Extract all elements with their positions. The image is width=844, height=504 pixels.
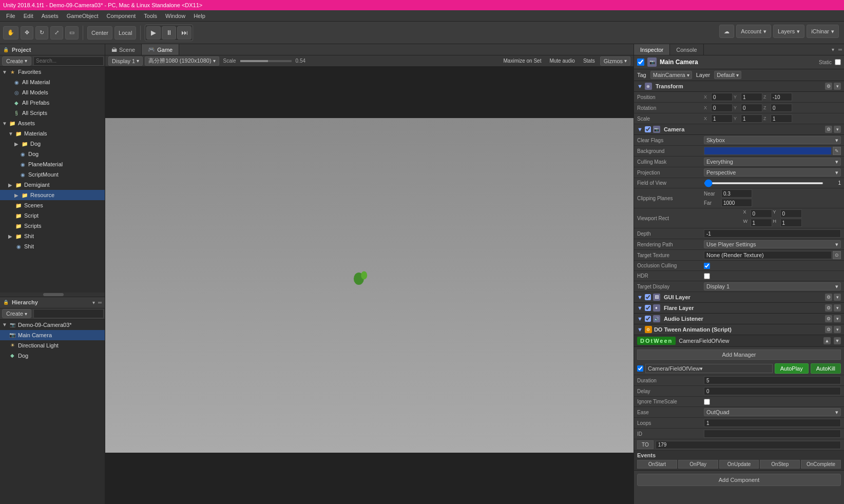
audio-listener-settings-icon[interactable]: ⚙ <box>825 315 832 322</box>
shit-folder[interactable]: ▶ 📁 Shit <box>0 231 105 241</box>
scale-x[interactable] <box>711 114 733 123</box>
cloud-button[interactable]: ☁ <box>719 25 734 38</box>
depth-input[interactable] <box>704 229 841 238</box>
layer-dropdown[interactable]: Default ▾ <box>714 71 741 79</box>
all-models-item[interactable]: ◎ All Models <box>0 87 105 98</box>
tag-dropdown[interactable]: MainCamera ▾ <box>650 71 692 79</box>
menu-window[interactable]: Window <box>161 12 189 20</box>
layout-dropdown[interactable]: iChinar ▾ <box>807 25 839 38</box>
demigiant-folder[interactable]: ▶ 📁 Demigiant <box>0 180 105 190</box>
step-button[interactable]: ⏭ <box>177 26 191 40</box>
viewport-w[interactable] <box>751 219 772 227</box>
play-button[interactable]: ▶ <box>146 26 161 40</box>
transform-header[interactable]: ▼ ⊕ Transform ⚙ ▾ <box>634 81 844 92</box>
camera-settings-icon[interactable]: ⚙ <box>825 126 832 133</box>
gui-layer-enabled[interactable] <box>645 294 651 300</box>
to-input[interactable] <box>656 441 841 449</box>
near-input[interactable] <box>721 189 752 198</box>
layers-dropdown[interactable]: Layers ▾ <box>773 25 804 38</box>
menu-gameobject[interactable]: GameObject <box>63 12 103 20</box>
main-camera-item[interactable]: 📷 Main Camera <box>0 330 105 340</box>
shit-material[interactable]: ◉ Shit <box>0 241 105 251</box>
occlusion-culling-checkbox[interactable] <box>704 263 710 269</box>
scene-root[interactable]: ▼ 📷 Demo-09-Camera03* <box>0 320 105 330</box>
clear-flags-dropdown[interactable]: Skybox ▾ <box>704 136 841 144</box>
position-z[interactable] <box>771 93 792 101</box>
loops-input[interactable] <box>704 419 841 427</box>
camera-enabled[interactable] <box>645 126 651 132</box>
object-enabled-checkbox[interactable] <box>637 59 644 66</box>
target-dropdown[interactable]: Camera/FieldOfView ▾ <box>645 364 773 373</box>
far-input[interactable] <box>721 199 752 207</box>
menu-tools[interactable]: Tools <box>140 12 161 20</box>
target-texture-picker[interactable]: ⊙ <box>833 251 841 259</box>
hierarchy-create-btn[interactable]: Create ▾ <box>2 309 31 318</box>
position-y[interactable] <box>741 93 762 101</box>
inspector-collapse-btn[interactable]: ▾ <box>830 44 836 55</box>
rotation-z[interactable] <box>771 104 792 112</box>
to-button[interactable]: TO <box>637 440 654 449</box>
fov-slider[interactable] <box>704 182 823 184</box>
scale-slider[interactable] <box>240 60 292 62</box>
scripts-folder[interactable]: 📁 Scripts <box>0 221 105 231</box>
dog-material[interactable]: ◉ Dog <box>0 149 105 159</box>
script-folder[interactable]: 📁 Script <box>0 210 105 221</box>
menu-edit[interactable]: Edit <box>20 12 37 20</box>
dotween-settings-icon[interactable]: ⚙ <box>825 326 832 333</box>
add-component-btn[interactable]: Add Component <box>637 474 841 486</box>
projection-dropdown[interactable]: Perspective ▾ <box>704 168 841 177</box>
display-dropdown[interactable]: Display 1 ▾ <box>108 56 143 66</box>
autoplay-checkbox[interactable] <box>637 365 643 372</box>
assets-group[interactable]: ▼ 📁 Assets <box>0 118 105 128</box>
on-play-btn[interactable]: OnPlay <box>678 460 718 469</box>
script-mount[interactable]: ◉ ScriptMount <box>0 169 105 180</box>
flare-layer-header[interactable]: ▼ ✦ Flare Layer ⚙ ▾ <box>634 303 844 314</box>
all-material-item[interactable]: ◉ All Material <box>0 77 105 87</box>
dog-item[interactable]: ◆ Dog <box>0 351 105 361</box>
duration-input[interactable] <box>704 376 841 384</box>
inspector-lock-btn[interactable]: ═ <box>836 44 844 55</box>
scale-tool[interactable]: ⤢ <box>50 26 63 40</box>
on-step-btn[interactable]: OnStep <box>760 460 800 469</box>
game-tab[interactable]: 🎮 Game <box>142 44 179 55</box>
on-start-btn[interactable]: OnStart <box>637 460 677 469</box>
autoplay-btn[interactable]: AutoPlay <box>775 363 809 374</box>
mute-btn[interactable]: Mute audio <box>546 57 578 64</box>
flare-layer-enabled[interactable] <box>645 305 651 311</box>
viewport-h[interactable] <box>780 219 802 227</box>
console-tab[interactable]: Console <box>670 44 703 55</box>
plane-material[interactable]: ◉ PlaneMaterial <box>0 159 105 169</box>
rotate-tool[interactable]: ↻ <box>35 26 48 40</box>
culling-mask-dropdown[interactable]: Everything ▾ <box>704 158 841 166</box>
viewport-y[interactable] <box>780 209 802 218</box>
dog-folder[interactable]: ▶ 📁 Dog <box>0 139 105 149</box>
menu-file[interactable]: File <box>2 12 20 20</box>
transform-settings-icon[interactable]: ⚙ <box>825 83 832 90</box>
flare-layer-menu-icon[interactable]: ▾ <box>834 304 841 312</box>
hierarchy-search[interactable] <box>33 309 104 318</box>
project-header[interactable]: 🔒 Project <box>0 44 105 55</box>
background-picker-btn[interactable]: ✎ <box>833 147 841 155</box>
menu-help[interactable]: Help <box>189 12 209 20</box>
stats-btn[interactable]: Stats <box>580 57 598 64</box>
hierarchy-collapse-btn[interactable]: ▾ <box>92 300 95 305</box>
scale-z[interactable] <box>771 114 792 123</box>
favorites-group[interactable]: ▼ ★ Favorites <box>0 67 105 77</box>
transform-menu-icon[interactable]: ▾ <box>834 83 841 90</box>
pause-button[interactable]: ⏸ <box>162 26 176 40</box>
account-dropdown[interactable]: Account ▾ <box>736 25 771 38</box>
directional-light-item[interactable]: ☀ Directional Light <box>0 340 105 351</box>
rendering-path-dropdown[interactable]: Use Player Settings ▾ <box>704 240 841 248</box>
scene-tab[interactable]: 🏔 Scene <box>105 44 142 55</box>
position-x[interactable] <box>711 93 733 101</box>
dotween-menu-icon[interactable]: ▾ <box>834 326 841 333</box>
viewport-x[interactable] <box>751 209 772 218</box>
resolution-dropdown[interactable]: 高分辨1080 (1920x1080) ▾ <box>145 56 219 66</box>
project-search[interactable] <box>33 56 104 66</box>
local-button[interactable]: Local <box>114 26 136 40</box>
hdr-checkbox[interactable] <box>704 273 710 279</box>
delay-input[interactable] <box>704 387 841 395</box>
ease-dropdown[interactable]: OutQuad ▾ <box>704 408 841 416</box>
hierarchy-header[interactable]: 🔒 Hierarchy ▾ ═ <box>0 297 105 308</box>
all-prefabs-item[interactable]: ◆ All Prefabs <box>0 98 105 108</box>
